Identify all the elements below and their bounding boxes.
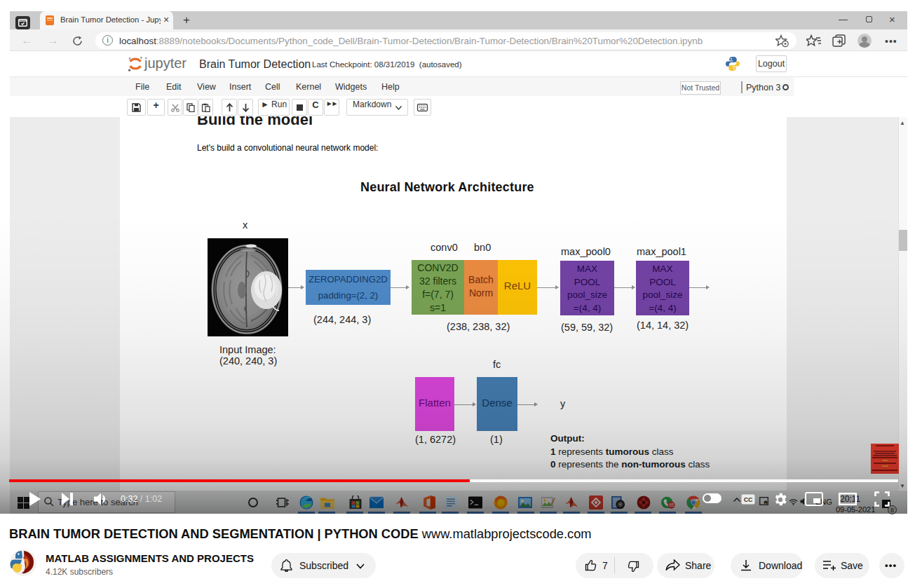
svg-text:95: 95 bbox=[669, 502, 675, 507]
svg-text:CC: CC bbox=[744, 496, 753, 503]
